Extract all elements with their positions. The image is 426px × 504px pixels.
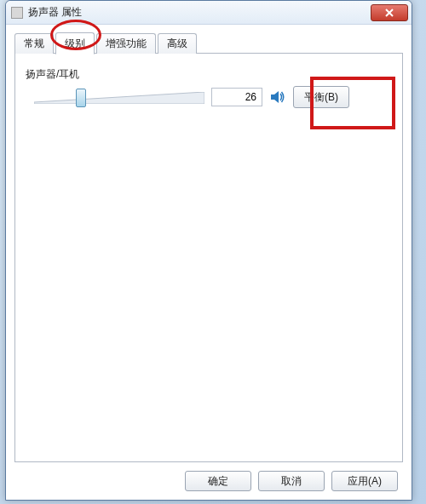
titlebar[interactable]: 扬声器 属性 <box>6 1 412 25</box>
tab-pane-levels: 扬声器/耳机 平衡(B) <box>14 53 403 462</box>
close-icon <box>384 9 394 17</box>
dialog-footer: 确定 取消 应用(A) <box>14 462 403 500</box>
tab-label: 高级 <box>167 37 187 51</box>
speaker-properties-window: 扬声器 属性 常规 级别 增强功能 高级 扬声器/耳机 <box>5 0 412 501</box>
cancel-button[interactable]: 取消 <box>258 471 325 491</box>
tab-levels[interactable]: 级别 <box>55 32 95 54</box>
tab-label: 常规 <box>24 37 44 51</box>
window-icon <box>11 7 23 19</box>
speaker-icon <box>270 90 285 104</box>
apply-button[interactable]: 应用(A) <box>331 471 398 491</box>
tab-label: 增强功能 <box>106 37 147 51</box>
close-button[interactable] <box>371 4 408 21</box>
volume-row: 平衡(B) <box>26 85 392 109</box>
mute-toggle[interactable] <box>269 89 286 106</box>
tab-advanced[interactable]: 高级 <box>158 33 197 54</box>
tabs-row: 常规 级别 增强功能 高级 <box>14 32 403 54</box>
slider-track-icon <box>34 92 204 104</box>
window-title: 扬声器 属性 <box>28 5 371 20</box>
svg-marker-1 <box>271 91 279 103</box>
balance-button[interactable]: 平衡(B) <box>293 86 349 108</box>
svg-marker-0 <box>34 92 204 104</box>
device-label: 扬声器/耳机 <box>26 67 392 82</box>
tab-general[interactable]: 常规 <box>14 33 54 54</box>
volume-value-field[interactable] <box>211 88 262 106</box>
client-area: 常规 级别 增强功能 高级 扬声器/耳机 <box>6 25 412 500</box>
tab-label: 级别 <box>65 37 85 51</box>
slider-thumb[interactable] <box>76 89 86 107</box>
ok-button[interactable]: 确定 <box>185 471 251 491</box>
tab-enhancements[interactable]: 增强功能 <box>96 33 156 54</box>
volume-slider[interactable] <box>34 85 204 109</box>
